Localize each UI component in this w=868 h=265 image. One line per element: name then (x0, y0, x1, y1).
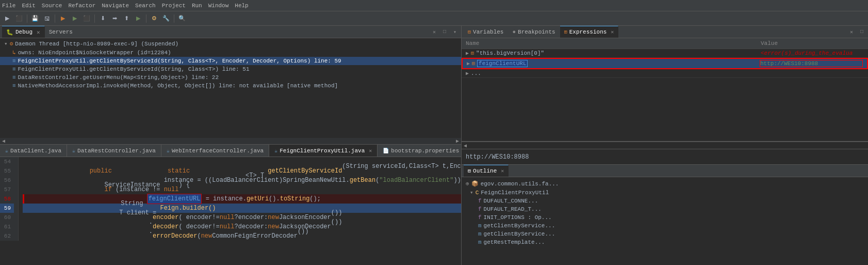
menu-run[interactable]: Run (192, 3, 202, 9)
stack-frame-22[interactable]: ≡ DataRestController.getUserMenu(Map<Str… (0, 73, 461, 82)
right-maximize-icon[interactable]: □ (858, 28, 866, 36)
scroll-right-icon[interactable]: ▶ (456, 138, 459, 144)
props-icon: 📄 (383, 148, 389, 154)
toolbar-debug[interactable]: ▶ (58, 13, 68, 24)
toolbar-open[interactable]: ⬛ (14, 13, 24, 24)
tab-debug[interactable]: 🐛 Debug ✕ (2, 26, 45, 38)
var-row-bigversion[interactable]: ▶ ⊞ "this.bigVersion[0]" <error(s)_durin… (462, 49, 868, 58)
outline-item-field-3[interactable]: f INIT_OPTIONS : Op... (462, 213, 868, 222)
toolbar-run[interactable]: ▶ (70, 13, 80, 24)
var-scroll-left[interactable]: ◀ (464, 143, 467, 149)
ln-59: 59 (0, 204, 14, 213)
scroll-bar-area: ◀ ▶ (0, 138, 461, 144)
bigversion-label: "this.bigVersion[0]" (476, 50, 544, 56)
outline-section: ⊞ Outline ✕ ⊕ 📦 egov.common.utils.fa... … (462, 164, 868, 248)
tab-active-close[interactable]: ✕ (369, 148, 372, 154)
menu-window[interactable]: Window (208, 3, 229, 9)
variables-tabs: ⊞ Variables ● Breakpoints ⊞ Expressions … (462, 26, 868, 38)
ln-58: 58 (0, 194, 14, 204)
frame-label-59: FeignClientProxyUtil.getClientByServiceI… (18, 58, 341, 64)
var-value-bigversion: <error(s)_during_the_evalua (761, 50, 864, 56)
toolbar-step-out[interactable]: ⬆ (121, 13, 132, 24)
right-minimize-icon[interactable]: ✕ (847, 28, 856, 36)
debug-panel-tabs: 🐛 Debug ✕ Servers ✕ □ ▾ (0, 26, 461, 38)
toolbar-new[interactable]: ▶ (2, 13, 12, 24)
outline-item-method-3[interactable]: m getRestTemplate... (462, 238, 868, 246)
debug-tab-actions: ✕ □ ▾ (430, 28, 459, 36)
tab-expressions[interactable]: ⊞ Expressions ✕ (560, 26, 619, 38)
toolbar-search[interactable]: 🔍 (177, 13, 187, 24)
scroll-left-icon[interactable]: ◀ (2, 138, 5, 144)
menu-source[interactable]: Source (42, 3, 62, 9)
menu-bar: File Edit Source Refactor Navigate Searc… (0, 0, 868, 11)
toolbar-step-over[interactable]: ➡ (109, 13, 120, 24)
tab-bootstrap[interactable]: 📄 bootstrap.properties (378, 145, 461, 157)
var-row-more[interactable]: ▶ ... (462, 69, 868, 78)
outline-item-class[interactable]: ▾ C FeignClientProxyUtil (462, 188, 868, 197)
frame-icon-native: ≡ (12, 83, 16, 89)
toolbar-save-all[interactable]: 🖫 (42, 13, 52, 24)
tab-servers[interactable]: Servers (45, 26, 77, 38)
outline-item-field-2[interactable]: f DUFAULT_READ_T... (462, 205, 868, 213)
kw-null-57: null (164, 185, 179, 194)
maximize-icon[interactable]: □ (440, 28, 449, 36)
toolbar-build[interactable]: ⚙ (149, 13, 159, 24)
outline-tab-label: Outline (473, 168, 497, 174)
outline-item-package[interactable]: ⊕ 📦 egov.common.utils.fa... (462, 179, 868, 188)
var-scroll-indicator: ◀ (462, 142, 868, 149)
debug-tab-close[interactable]: ✕ (37, 29, 40, 36)
tab-webinterfacecontroller[interactable]: ☕ WebInterfaceController.java (161, 145, 269, 157)
tab-outline[interactable]: ⊞ Outline ✕ (464, 165, 509, 177)
menu-search[interactable]: Search (135, 3, 156, 9)
toolbar-clean[interactable]: 🔧 (161, 13, 171, 24)
toolbar-save[interactable]: 💾 (30, 13, 40, 24)
menu-edit[interactable]: Edit (22, 3, 35, 9)
tab-dataclient[interactable]: ☕ DataClient.java (0, 145, 67, 157)
editor-content[interactable]: 54 55 56 57 58 59 60 61 62 (0, 157, 461, 265)
menu-help[interactable]: Help (235, 3, 248, 9)
toolbar-resume[interactable]: ▶ (133, 13, 143, 24)
code-area: 54 55 56 57 58 59 60 61 62 (0, 157, 461, 241)
field3-label: INIT_OPTIONS : Op... (484, 214, 552, 221)
minimize-icon[interactable]: ✕ (430, 28, 438, 36)
menu-navigate[interactable]: Navigate (102, 3, 129, 9)
debug-section: 🐛 Debug ✕ Servers ✕ □ ▾ ▾ ⚙ Daemo (0, 26, 461, 145)
toolbar-stop[interactable]: ⬛ (81, 13, 92, 24)
thread-group[interactable]: ▾ ⚙ Daemon Thread [http-nio-8989-exec-9]… (0, 39, 461, 48)
line-62: .errorDecoder(new CommonFeignErrorDecode… (23, 231, 461, 241)
expand-feignclienturl[interactable]: ▶ (467, 60, 470, 67)
tab-variables[interactable]: ⊞ Variables (464, 26, 508, 38)
stack-owns[interactable]: ↳ owns: NioEndpoint$NioSocketWrapper (id… (0, 48, 461, 57)
tab-datarestcontroller[interactable]: ☕ DataRestController.java (67, 145, 161, 157)
ln-54: 54 (0, 157, 14, 166)
field1-label: DUFAULT_CONNE... (484, 198, 538, 204)
menu-project[interactable]: Project (162, 3, 186, 9)
outline-item-method-2[interactable]: m getClientByService... (462, 230, 868, 238)
fn-errorDecoder: errorDecoder (153, 231, 197, 241)
stack-frame-native[interactable]: ≡ NativeMethodAccessorImpl.invoke0(Metho… (0, 82, 461, 90)
stack-frame-51[interactable]: ≡ FeignClientProxyUtil.getClientByServic… (0, 65, 461, 73)
fn-feign-builder: Feign.builder() (160, 204, 216, 213)
outline-item-method-1[interactable]: m getClientByService... (462, 222, 868, 230)
tab-feignclientproxyutil[interactable]: ☕ FeignClientProxyUtil.java ✕ (269, 145, 378, 157)
expressions-tab-close[interactable]: ✕ (611, 29, 614, 35)
editor-tabs: ☕ DataClient.java ☕ DataRestController.j… (0, 145, 461, 157)
menu-icon[interactable]: ▾ (451, 28, 459, 36)
toolbar-step-into[interactable]: ⬇ (97, 13, 108, 24)
menu-refactor[interactable]: Refactor (68, 3, 95, 9)
expand-more[interactable]: ▶ (466, 70, 469, 76)
var-row-feignclienturl[interactable]: ▶ ⊞ feignClientURL http://WES10:8988 (462, 58, 868, 69)
menu-file[interactable]: File (2, 3, 15, 9)
line-numbers: 54 55 56 57 58 59 60 61 62 (0, 157, 19, 241)
servers-tab-label: Servers (49, 29, 73, 35)
outline-tab-close[interactable]: ✕ (501, 168, 504, 174)
stack-frame-59[interactable]: ≡ FeignClientProxyUtil.getClientByServic… (0, 57, 461, 65)
outline-tree: ⊕ 📦 egov.common.utils.fa... ▾ C FeignCli… (462, 177, 868, 248)
outline-item-field-1[interactable]: f DUFAULT_CONNE... (462, 197, 868, 205)
feignclienturl-label-highlighted: feignClientURL (477, 60, 528, 67)
java-icon-2: ☕ (72, 148, 75, 154)
expand-bigversion[interactable]: ▶ (466, 50, 469, 56)
toolbar-sep-5 (174, 14, 174, 23)
expressions-icon: ⊞ (564, 29, 567, 35)
tab-breakpoints[interactable]: ● Breakpoints (508, 26, 560, 38)
